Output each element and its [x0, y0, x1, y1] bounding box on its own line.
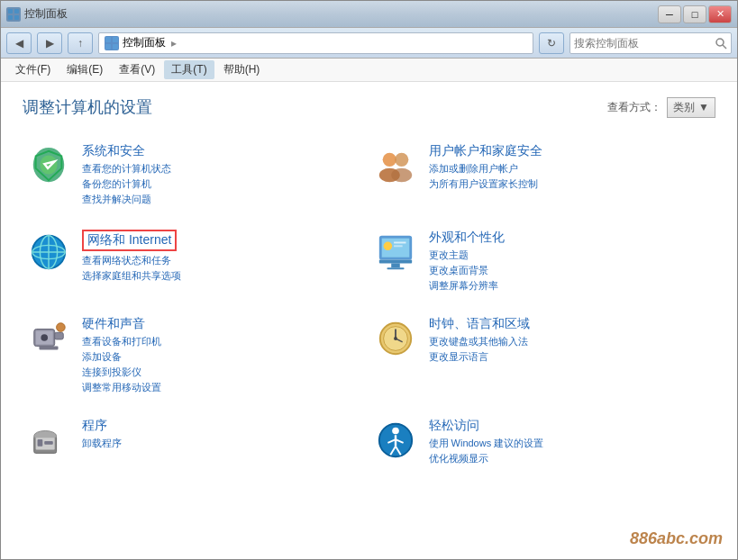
link-keyboard-input[interactable]: 更改键盘或其他输入法	[429, 335, 706, 348]
link-add-device[interactable]: 添加设备	[82, 350, 359, 364]
link-backup[interactable]: 备份您的计算机	[82, 177, 359, 191]
search-bar[interactable]	[569, 32, 732, 54]
svg-point-28	[383, 242, 392, 251]
category-network-internet-title[interactable]: 网络和 Internet	[82, 230, 177, 251]
icon-accessibility	[373, 418, 418, 463]
link-troubleshoot[interactable]: 查找并解决问题	[82, 193, 359, 206]
window-controls: ─ □ ✕	[658, 5, 732, 23]
link-optimize-video[interactable]: 优化视频显示	[429, 452, 706, 465]
link-display-language[interactable]: 更改显示语言	[429, 350, 706, 364]
menu-bar: 文件(F) 编辑(E) 查看(V) 工具(T) 帮助(H)	[1, 59, 737, 82]
svg-rect-2	[8, 15, 13, 20]
svg-rect-25	[378, 260, 411, 264]
refresh-button[interactable]: ↻	[539, 32, 564, 54]
link-view-network[interactable]: 查看网络状态和任务	[82, 254, 359, 267]
link-desktop-bg[interactable]: 更改桌面背景	[429, 264, 706, 277]
category-appearance: 外观和个性化 更改主题 更改桌面背景 调整屏幕分辨率	[369, 222, 716, 302]
menu-tools[interactable]: 工具(T)	[164, 60, 214, 79]
link-add-remove-user[interactable]: 添加或删除用户帐户	[429, 162, 706, 176]
link-check-status[interactable]: 查看您的计算机状态	[82, 162, 359, 176]
link-screen-resolution[interactable]: 调整屏幕分辨率	[429, 279, 706, 293]
category-hardware-sound-title[interactable]: 硬件和声音	[82, 316, 145, 332]
breadcrumb[interactable]: 控制面板 ▸	[98, 32, 533, 54]
category-system-security: 系统和安全 查看您的计算机状态 备份您的计算机 查找并解决问题	[23, 136, 369, 215]
menu-help[interactable]: 帮助(H)	[216, 60, 268, 79]
category-appearance-title[interactable]: 外观和个性化	[429, 230, 505, 246]
category-accessibility-title[interactable]: 轻松访问	[429, 418, 479, 434]
svg-point-14	[382, 153, 396, 167]
content-header: 调整计算机的设置 查看方式： 类别 ▼	[23, 96, 715, 118]
close-button[interactable]: ✕	[708, 5, 732, 23]
view-dropdown[interactable]: 类别 ▼	[667, 97, 715, 118]
window-title: 控制面板	[24, 6, 654, 22]
main-content: 调整计算机的设置 查看方式： 类别 ▼	[1, 82, 737, 559]
categories-grid: 系统和安全 查看您的计算机状态 备份您的计算机 查找并解决问题	[23, 136, 715, 474]
menu-file[interactable]: 文件(F)	[8, 60, 58, 79]
breadcrumb-text: 控制面板	[123, 35, 166, 50]
link-projector[interactable]: 连接到投影仪	[82, 366, 359, 379]
category-system-security-title[interactable]: 系统和安全	[82, 143, 145, 159]
category-clock-language-text: 时钟、语言和区域 更改键盘或其他输入法 更改显示语言	[429, 316, 706, 396]
category-programs-text: 程序 卸载程序	[82, 418, 359, 467]
svg-rect-27	[387, 267, 404, 269]
svg-line-9	[723, 45, 726, 49]
svg-rect-45	[38, 439, 43, 447]
svg-rect-5	[113, 37, 118, 42]
svg-rect-6	[105, 44, 111, 50]
forward-button[interactable]: ▶	[37, 32, 62, 54]
search-input[interactable]	[574, 37, 711, 50]
svg-point-8	[716, 39, 724, 46]
category-accessibility: 轻松访问 使用 Windows 建议的设置 优化视频显示	[369, 411, 716, 474]
svg-rect-35	[39, 347, 58, 350]
icon-user-accounts	[373, 143, 418, 188]
link-mobile-settings[interactable]: 调整常用移动设置	[82, 381, 359, 394]
up-button[interactable]: ↑	[68, 32, 93, 54]
category-programs: 程序 卸载程序	[23, 411, 369, 474]
svg-rect-3	[14, 15, 19, 20]
svg-point-17	[391, 168, 412, 182]
svg-point-41	[394, 337, 397, 340]
category-accessibility-text: 轻松访问 使用 Windows 建议的设置 优化视频显示	[429, 418, 706, 467]
category-user-accounts-text: 用户帐户和家庭安全 添加或删除用户帐户 为所有用户设置家长控制	[429, 143, 706, 208]
category-hardware-sound-text: 硬件和声音 查看设备和打印机 添加设备 连接到投影仪 调整常用移动设置	[82, 316, 359, 396]
link-homegroup[interactable]: 选择家庭组和共享选项	[82, 269, 359, 283]
menu-edit[interactable]: 编辑(E)	[59, 60, 110, 79]
svg-point-48	[392, 428, 399, 435]
category-hardware-sound: 硬件和声音 查看设备和打印机 添加设备 连接到投影仪 调整常用移动设置	[23, 309, 369, 403]
window-icon	[6, 7, 21, 22]
menu-view[interactable]: 查看(V)	[112, 60, 162, 79]
watermark: 886abc.com	[630, 529, 723, 548]
link-uninstall[interactable]: 卸载程序	[82, 437, 359, 450]
svg-rect-46	[44, 441, 53, 445]
link-windows-recommend[interactable]: 使用 Windows 建议的设置	[429, 437, 706, 450]
back-button[interactable]: ◀	[6, 32, 32, 54]
breadcrumb-icon	[105, 36, 119, 50]
maximize-button[interactable]: □	[683, 5, 706, 23]
category-appearance-text: 外观和个性化 更改主题 更改桌面背景 调整屏幕分辨率	[429, 230, 706, 294]
content-wrapper: 调整计算机的设置 查看方式： 类别 ▼	[1, 82, 737, 559]
icon-hardware-sound	[26, 316, 71, 361]
title-bar: 控制面板 ─ □ ✕	[1, 1, 737, 28]
svg-rect-33	[55, 332, 64, 339]
icon-programs	[26, 418, 71, 463]
icon-clock-language	[373, 316, 418, 361]
page-title: 调整计算机的设置	[23, 96, 152, 118]
svg-point-12	[40, 156, 57, 175]
dropdown-arrow-icon: ▼	[698, 101, 709, 113]
link-view-devices[interactable]: 查看设备和打印机	[82, 335, 359, 348]
link-change-theme[interactable]: 更改主题	[429, 248, 706, 262]
icon-appearance	[373, 230, 418, 275]
svg-rect-7	[113, 44, 118, 50]
link-parental-control[interactable]: 为所有用户设置家长控制	[429, 177, 706, 191]
svg-point-16	[395, 153, 408, 167]
svg-rect-30	[394, 245, 403, 247]
category-clock-language-title[interactable]: 时钟、语言和区域	[429, 316, 530, 332]
view-mode-text: 类别	[673, 100, 695, 115]
category-user-accounts-title[interactable]: 用户帐户和家庭安全	[429, 143, 542, 159]
svg-point-34	[41, 334, 48, 341]
minimize-button[interactable]: ─	[658, 5, 681, 23]
view-label: 查看方式：	[607, 100, 661, 115]
view-mode-selector: 查看方式： 类别 ▼	[607, 97, 715, 118]
category-network-internet: 网络和 Internet 查看网络状态和任务 选择家庭组和共享选项	[23, 222, 369, 302]
category-programs-title[interactable]: 程序	[82, 418, 107, 434]
